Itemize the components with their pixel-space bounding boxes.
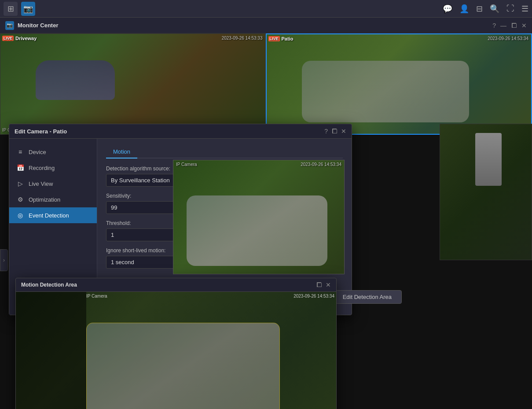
preview-pool bbox=[187, 195, 327, 266]
cam-preview: IP Camera 2023-09-26 14:53:34 bbox=[173, 160, 345, 274]
user-icon[interactable]: 👤 bbox=[459, 4, 469, 14]
edge-tab[interactable]: › bbox=[0, 249, 8, 271]
optimization-icon: ⚙ bbox=[16, 196, 24, 203]
motion-cam-label: IP Camera bbox=[86, 294, 107, 298]
app-title: Monitor Center bbox=[18, 22, 492, 29]
tab-motion[interactable]: Motion bbox=[106, 146, 137, 158]
fullscreen-icon[interactable]: ⛶ bbox=[506, 4, 514, 13]
appbar-minimize[interactable]: — bbox=[500, 22, 506, 29]
edit-dialog-close[interactable]: ✕ bbox=[341, 128, 346, 135]
live-view-icon: ▷ bbox=[16, 180, 24, 187]
motion-pool-shape bbox=[86, 323, 280, 409]
taskbar-right-icons: 💬 👤 ⊟ 🔍 ⛶ ☰ bbox=[443, 4, 528, 14]
driveway-name: Driveway bbox=[15, 36, 37, 41]
edit-dialog-title: Edit Camera - Patio bbox=[15, 128, 324, 135]
motion-detection-dialog: Motion Detection Area ⧠ ✕ IP Camera 2023… bbox=[15, 278, 337, 409]
chat-icon[interactable]: 💬 bbox=[443, 4, 452, 14]
patio-label: LIVE Patio bbox=[268, 36, 294, 41]
appbar-restore[interactable]: ⧠ bbox=[511, 22, 517, 29]
taskbar-camera-icon[interactable]: 📷 bbox=[21, 2, 35, 16]
edit-dialog-titlebar: Edit Camera - Patio ? ⧠ ✕ bbox=[9, 124, 352, 139]
motion-titlebar: Motion Detection Area ⧠ ✕ bbox=[16, 278, 336, 292]
car-shape bbox=[36, 60, 115, 100]
sidebar-label-event-detection: Event Detection bbox=[29, 212, 69, 219]
camera-panel-patio[interactable]: LIVE Patio IP Camera 2023-09-26 14:53:34 bbox=[266, 33, 532, 135]
display-icon[interactable]: ⊟ bbox=[476, 4, 483, 14]
edit-detection-area-container: Edit Detection Area bbox=[333, 290, 402, 304]
sidebar-item-recording[interactable]: 📅 Recording bbox=[9, 160, 97, 176]
device-icon: ≡ bbox=[16, 148, 24, 155]
cam-preview-feed bbox=[173, 160, 344, 274]
appbar: 📷 Monitor Center ? — ⧠ ✕ bbox=[0, 18, 532, 33]
camera-panel-driveway[interactable]: LIVE Driveway IP Camera 2023-09-26 14:53… bbox=[0, 33, 266, 135]
taskbar: ⊞ 📷 💬 👤 ⊟ 🔍 ⛶ ☰ bbox=[0, 0, 532, 18]
menu-icon[interactable]: ☰ bbox=[521, 4, 528, 14]
sidebar-item-device[interactable]: ≡ Device bbox=[9, 144, 97, 160]
umbrella-pole bbox=[475, 133, 502, 186]
motion-cam-area: IP Camera 2023-09-26 14:53:34 bbox=[16, 292, 336, 409]
cam-preview-timestamp: 2023-09-26 14:53:34 bbox=[301, 162, 341, 167]
edit-dialog-restore[interactable]: ⧠ bbox=[331, 128, 338, 135]
cam-preview-label: IP Camera bbox=[176, 162, 197, 167]
patio-timestamp: 2023-09-26 14:53:34 bbox=[488, 36, 528, 41]
motion-dialog-title: Motion Detection Area bbox=[21, 282, 316, 288]
right-cam-feed bbox=[440, 124, 532, 260]
appbar-close[interactable]: ✕ bbox=[521, 22, 527, 29]
driveway-feed bbox=[0, 34, 265, 134]
motion-dialog-controls: ⧠ ✕ bbox=[316, 281, 331, 288]
appbar-help[interactable]: ? bbox=[492, 22, 496, 29]
motion-close-icon[interactable]: ✕ bbox=[326, 281, 331, 288]
dialog-tabs: Motion bbox=[106, 146, 343, 158]
sidebar-item-optimization[interactable]: ⚙ Optimization bbox=[9, 192, 97, 207]
edge-tab-icon: › bbox=[3, 257, 5, 263]
taskbar-grid-icon[interactable]: ⊞ bbox=[4, 2, 18, 16]
sidebar-item-live-view[interactable]: ▷ Live View bbox=[9, 176, 97, 192]
motion-body: IP Camera 2023-09-26 14:53:34 bbox=[16, 292, 336, 409]
event-detection-icon: ◎ bbox=[16, 212, 24, 219]
right-camera-panel bbox=[440, 124, 532, 260]
driveway-timestamp: 2023-09-26 14:53:33 bbox=[222, 36, 263, 41]
app-logo: 📷 bbox=[5, 21, 14, 30]
main-area: LIVE Driveway IP Camera 2023-09-26 14:53… bbox=[0, 33, 532, 409]
sidebar-label-optimization: Optimization bbox=[29, 196, 60, 203]
sidebar-item-event-detection[interactable]: ◎ Event Detection bbox=[9, 207, 97, 223]
patio-pool bbox=[302, 61, 469, 122]
sidebar-label-device: Device bbox=[29, 149, 46, 155]
motion-cam-timestamp: 2023-09-26 14:53:34 bbox=[294, 294, 334, 298]
sidebar-label-recording: Recording bbox=[29, 165, 55, 171]
camera-grid: LIVE Driveway IP Camera 2023-09-26 14:53… bbox=[0, 33, 532, 135]
motion-cam-feed: IP Camera 2023-09-26 14:53:34 bbox=[16, 292, 336, 409]
patio-feed bbox=[267, 34, 532, 134]
sidebar-label-live-view: Live View bbox=[29, 181, 53, 187]
motion-overlay-left bbox=[16, 292, 86, 409]
patio-live-badge: LIVE bbox=[268, 36, 280, 41]
edit-dialog-help[interactable]: ? bbox=[324, 128, 328, 135]
recording-icon: 📅 bbox=[16, 164, 24, 171]
patio-name: Patio bbox=[282, 36, 294, 41]
edit-detection-area-button[interactable]: Edit Detection Area bbox=[333, 290, 402, 304]
search-icon[interactable]: 🔍 bbox=[490, 4, 499, 14]
edit-dialog-controls: ? ⧠ ✕ bbox=[324, 128, 346, 135]
appbar-controls: ? — ⧠ ✕ bbox=[492, 22, 527, 29]
motion-restore-icon[interactable]: ⧠ bbox=[316, 281, 322, 288]
driveway-label: LIVE Driveway bbox=[2, 36, 37, 41]
driveway-live-badge: LIVE bbox=[2, 36, 14, 41]
